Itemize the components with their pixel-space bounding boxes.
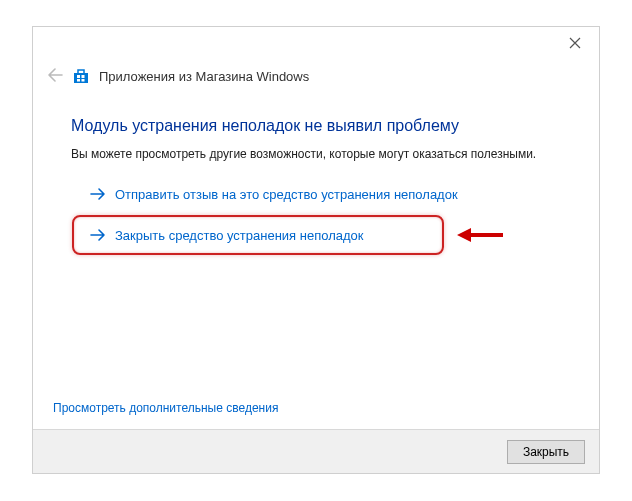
link-label: Отправить отзыв на это средство устранен… <box>115 187 458 202</box>
svg-marker-6 <box>457 228 471 242</box>
main-heading: Модуль устранения неполадок не выявил пр… <box>71 117 459 135</box>
arrow-right-icon <box>89 185 107 203</box>
back-arrow-icon[interactable] <box>47 67 63 85</box>
link-close-troubleshooter[interactable]: Закрыть средство устранения неполадок <box>72 215 444 255</box>
link-send-feedback[interactable]: Отправить отзыв на это средство устранен… <box>89 185 458 203</box>
troubleshooter-dialog: Приложения из Магазина Windows Модуль ус… <box>32 26 600 474</box>
dialog-header: Приложения из Магазина Windows <box>47 67 309 85</box>
link-label: Закрыть средство устранения неполадок <box>115 228 363 243</box>
close-button[interactable]: Закрыть <box>507 440 585 464</box>
svg-rect-0 <box>74 73 88 83</box>
svg-rect-2 <box>82 75 85 78</box>
link-more-info[interactable]: Просмотреть дополнительные сведения <box>53 401 278 415</box>
svg-rect-3 <box>77 79 80 82</box>
annotation-arrow-icon <box>457 225 505 245</box>
dialog-footer: Закрыть <box>33 429 599 473</box>
dialog-title: Приложения из Магазина Windows <box>99 69 309 84</box>
sub-text: Вы можете просмотреть другие возможности… <box>71 147 536 161</box>
svg-rect-1 <box>77 75 80 78</box>
svg-rect-4 <box>82 79 85 82</box>
arrow-right-icon <box>89 226 107 244</box>
close-icon[interactable] <box>569 35 585 51</box>
store-icon <box>73 68 89 84</box>
